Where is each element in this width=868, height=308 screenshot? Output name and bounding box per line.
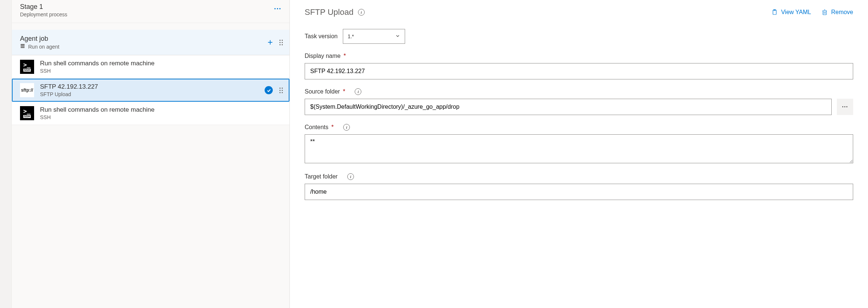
drag-handle-icon[interactable]	[279, 88, 283, 93]
agent-job-subtitle-text: Run on agent	[28, 44, 59, 50]
remove-label: Remove	[831, 9, 853, 16]
stage-more-menu[interactable]: ···	[274, 3, 281, 13]
task-row-ssh-1[interactable]: >_ SSH Run shell commands on remote mach…	[12, 55, 289, 79]
task-title: SFTP 42.192.13.227	[40, 83, 259, 91]
source-folder-row: Source folder* i ···	[305, 88, 853, 115]
task-subtitle: SSH	[40, 68, 283, 74]
stage-title[interactable]: Stage 1	[20, 3, 67, 11]
view-yaml-button[interactable]: View YAML	[771, 9, 811, 16]
left-gutter	[0, 0, 12, 308]
agent-job-title: Agent job	[20, 35, 59, 43]
view-yaml-label: View YAML	[781, 9, 811, 16]
task-title: Run shell commands on remote machine	[40, 106, 283, 114]
stage-header: Stage 1 Deployment process ···	[12, 0, 289, 23]
task-row-sftp[interactable]: sftp:// SFTP 42.192.13.227 SFTP Upload	[12, 79, 289, 102]
task-version-row: Task version 1.*	[305, 29, 853, 44]
info-icon[interactable]: i	[355, 88, 361, 95]
display-name-label: Display name*	[305, 53, 346, 59]
ssh-icon: >_ SSH	[20, 106, 34, 120]
info-icon[interactable]: i	[347, 173, 354, 180]
task-title: Run shell commands on remote machine	[40, 60, 283, 67]
svg-rect-1	[21, 46, 25, 47]
task-version-label: Task version	[305, 33, 338, 40]
stage-subtitle: Deployment process	[20, 12, 67, 17]
agent-job-subtitle: Run on agent	[20, 43, 59, 50]
drag-handle-icon[interactable]	[279, 40, 283, 45]
server-icon	[20, 43, 25, 50]
task-subtitle: SSH	[40, 114, 283, 120]
task-version-select[interactable]: 1.*	[343, 29, 405, 44]
task-subtitle: SFTP Upload	[40, 91, 259, 97]
info-icon[interactable]: i	[358, 9, 365, 16]
detail-heading: SFTP Upload	[305, 7, 354, 17]
svg-rect-2	[21, 47, 25, 48]
sftp-icon: sftp://	[20, 83, 34, 97]
ssh-icon: >_ SSH	[20, 60, 34, 74]
contents-label: Contents*	[305, 124, 334, 131]
trash-icon	[821, 9, 828, 16]
display-name-input[interactable]	[305, 63, 853, 79]
chevron-down-icon	[395, 33, 400, 40]
source-folder-label: Source folder*	[305, 88, 345, 95]
add-task-button[interactable]: +	[268, 37, 273, 47]
browse-source-folder-button[interactable]: ···	[837, 99, 853, 115]
task-row-ssh-2[interactable]: >_ SSH Run shell commands on remote mach…	[12, 102, 289, 125]
remove-button[interactable]: Remove	[821, 9, 853, 16]
contents-textarea[interactable]	[305, 134, 853, 163]
pipeline-tasks-pane: Stage 1 Deployment process ··· Agent job…	[12, 0, 290, 308]
clipboard-icon	[771, 9, 778, 16]
target-folder-row: Target folder i	[305, 173, 853, 200]
source-folder-input[interactable]	[305, 99, 832, 115]
contents-row: Contents* i	[305, 124, 853, 164]
info-icon[interactable]: i	[343, 124, 350, 131]
display-name-row: Display name*	[305, 53, 853, 79]
check-complete-icon	[265, 86, 273, 94]
svg-rect-0	[21, 44, 25, 45]
detail-header: SFTP Upload i View YAML Remove	[305, 7, 853, 17]
task-version-value: 1.*	[348, 33, 354, 39]
task-detail-pane: SFTP Upload i View YAML Remove Task vers…	[290, 0, 868, 308]
agent-job-row[interactable]: Agent job Run on agent +	[12, 30, 289, 55]
target-folder-input[interactable]	[305, 184, 853, 200]
target-folder-label: Target folder	[305, 173, 338, 180]
